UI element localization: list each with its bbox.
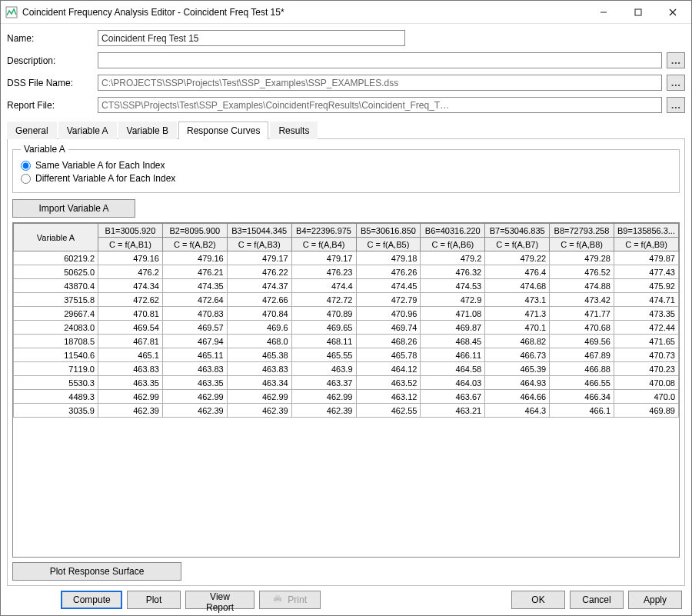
cell[interactable]: 464.93 bbox=[485, 376, 550, 390]
cell[interactable]: 474.53 bbox=[421, 279, 485, 293]
cell[interactable]: 469.89 bbox=[614, 404, 679, 418]
cell[interactable]: 469.65 bbox=[291, 321, 356, 335]
cell[interactable]: 466.11 bbox=[421, 348, 485, 362]
cell[interactable]: 474.88 bbox=[550, 279, 614, 293]
cell[interactable]: 468.82 bbox=[485, 335, 550, 348]
variable-a-value[interactable]: 24083.0 bbox=[14, 321, 98, 335]
import-variable-a-button[interactable]: Import Variable A bbox=[12, 199, 135, 218]
cell[interactable]: 464.3 bbox=[485, 404, 550, 418]
tab-variable-b[interactable]: Variable B bbox=[118, 122, 177, 139]
radio-same-input[interactable] bbox=[21, 161, 31, 171]
cell[interactable]: 467.81 bbox=[98, 335, 163, 348]
cell[interactable]: 465.78 bbox=[356, 348, 421, 362]
cell[interactable]: 469.54 bbox=[98, 321, 163, 335]
table-row[interactable]: 50625.0476.2476.21476.22476.23476.26476.… bbox=[14, 265, 679, 279]
cell[interactable]: 472.44 bbox=[614, 321, 679, 335]
cell[interactable]: 472.9 bbox=[421, 293, 485, 307]
dss-file-input[interactable] bbox=[98, 75, 662, 91]
cell[interactable]: 470.0 bbox=[614, 390, 679, 404]
response-table[interactable]: Variable AB1=3005.920B2=8095.900B3=15044… bbox=[13, 223, 679, 418]
cell[interactable]: 466.34 bbox=[550, 390, 614, 404]
cell[interactable]: 474.35 bbox=[162, 279, 227, 293]
cell[interactable]: 463.83 bbox=[227, 362, 291, 376]
cell[interactable]: 470.23 bbox=[614, 362, 679, 376]
report-file-input[interactable] bbox=[98, 97, 662, 113]
table-row[interactable]: 7119.0463.83463.83463.83463.9464.12464.5… bbox=[14, 362, 679, 376]
cell[interactable]: 479.28 bbox=[550, 251, 614, 265]
cell[interactable]: 470.89 bbox=[291, 307, 356, 321]
cell[interactable]: 470.83 bbox=[162, 307, 227, 321]
variable-a-value[interactable]: 60219.2 bbox=[14, 251, 98, 265]
cell[interactable]: 462.99 bbox=[98, 390, 163, 404]
cell[interactable]: 472.79 bbox=[356, 293, 421, 307]
cell[interactable]: 470.08 bbox=[614, 376, 679, 390]
cell[interactable]: 476.21 bbox=[162, 265, 227, 279]
cell[interactable]: 463.83 bbox=[98, 362, 163, 376]
cell[interactable]: 475.92 bbox=[614, 279, 679, 293]
cell[interactable]: 463.34 bbox=[227, 376, 291, 390]
close-button[interactable] bbox=[655, 2, 690, 23]
cell[interactable]: 470.81 bbox=[98, 307, 163, 321]
cell[interactable]: 463.67 bbox=[421, 390, 485, 404]
tab-results[interactable]: Results bbox=[270, 122, 318, 139]
cell[interactable]: 462.99 bbox=[291, 390, 356, 404]
cell[interactable]: 470.73 bbox=[614, 348, 679, 362]
radio-different-variable[interactable]: Different Variable A for Each Index bbox=[21, 173, 671, 184]
cell[interactable]: 462.39 bbox=[291, 404, 356, 418]
plot-button[interactable]: Plot bbox=[127, 591, 181, 609]
cell[interactable]: 466.73 bbox=[485, 348, 550, 362]
variable-a-value[interactable]: 37515.8 bbox=[14, 293, 98, 307]
view-report-button[interactable]: View Report bbox=[185, 591, 255, 609]
table-row[interactable]: 5530.3463.35463.35463.34463.37463.52464.… bbox=[14, 376, 679, 390]
radio-diff-input[interactable] bbox=[21, 174, 31, 184]
cell[interactable]: 465.11 bbox=[162, 348, 227, 362]
cell[interactable]: 466.55 bbox=[550, 376, 614, 390]
radio-same-variable[interactable]: Same Variable A for Each Index bbox=[21, 160, 671, 171]
table-row[interactable]: 60219.2479.16479.16479.17479.17479.18479… bbox=[14, 251, 679, 265]
cell[interactable]: 476.26 bbox=[356, 265, 421, 279]
cell[interactable]: 479.22 bbox=[485, 251, 550, 265]
cell[interactable]: 463.52 bbox=[356, 376, 421, 390]
cell[interactable]: 463.83 bbox=[162, 362, 227, 376]
cell[interactable]: 462.99 bbox=[162, 390, 227, 404]
cell[interactable]: 476.32 bbox=[421, 265, 485, 279]
variable-a-value[interactable]: 7119.0 bbox=[14, 362, 98, 376]
variable-a-value[interactable]: 29667.4 bbox=[14, 307, 98, 321]
cell[interactable]: 462.39 bbox=[162, 404, 227, 418]
cell[interactable]: 462.55 bbox=[356, 404, 421, 418]
cell[interactable]: 474.34 bbox=[98, 279, 163, 293]
cell[interactable]: 479.17 bbox=[227, 251, 291, 265]
cell[interactable]: 464.12 bbox=[356, 362, 421, 376]
tab-variable-a[interactable]: Variable A bbox=[58, 122, 117, 139]
variable-a-value[interactable]: 5530.3 bbox=[14, 376, 98, 390]
cell[interactable]: 473.35 bbox=[614, 307, 679, 321]
cell[interactable]: 468.45 bbox=[421, 335, 485, 348]
variable-a-value[interactable]: 11540.6 bbox=[14, 348, 98, 362]
variable-a-value[interactable]: 3035.9 bbox=[14, 404, 98, 418]
cell[interactable]: 469.57 bbox=[162, 321, 227, 335]
plot-response-surface-button[interactable]: Plot Response Surface bbox=[12, 562, 181, 581]
cell[interactable]: 464.03 bbox=[421, 376, 485, 390]
cell[interactable]: 463.21 bbox=[421, 404, 485, 418]
cell[interactable]: 463.9 bbox=[291, 362, 356, 376]
cell[interactable]: 477.43 bbox=[614, 265, 679, 279]
cell[interactable]: 462.39 bbox=[98, 404, 163, 418]
table-row[interactable]: 18708.5467.81467.94468.0468.11468.26468.… bbox=[14, 335, 679, 348]
cell[interactable]: 476.2 bbox=[98, 265, 163, 279]
variable-a-value[interactable]: 4489.3 bbox=[14, 390, 98, 404]
cell[interactable]: 465.55 bbox=[291, 348, 356, 362]
cell[interactable]: 472.64 bbox=[162, 293, 227, 307]
cell[interactable]: 472.72 bbox=[291, 293, 356, 307]
table-row[interactable]: 24083.0469.54469.57469.6469.65469.74469.… bbox=[14, 321, 679, 335]
table-row[interactable]: 3035.9462.39462.39462.39462.39462.55463.… bbox=[14, 404, 679, 418]
maximize-button[interactable] bbox=[620, 2, 655, 23]
cell[interactable]: 469.6 bbox=[227, 321, 291, 335]
cell[interactable]: 479.87 bbox=[614, 251, 679, 265]
cancel-button[interactable]: Cancel bbox=[570, 591, 624, 609]
minimize-button[interactable] bbox=[586, 2, 620, 23]
cell[interactable]: 465.1 bbox=[98, 348, 163, 362]
cell[interactable]: 479.16 bbox=[98, 251, 163, 265]
table-row[interactable]: 29667.4470.81470.83470.84470.89470.96471… bbox=[14, 307, 679, 321]
compute-button[interactable]: Compute bbox=[61, 591, 122, 609]
cell[interactable]: 470.84 bbox=[227, 307, 291, 321]
